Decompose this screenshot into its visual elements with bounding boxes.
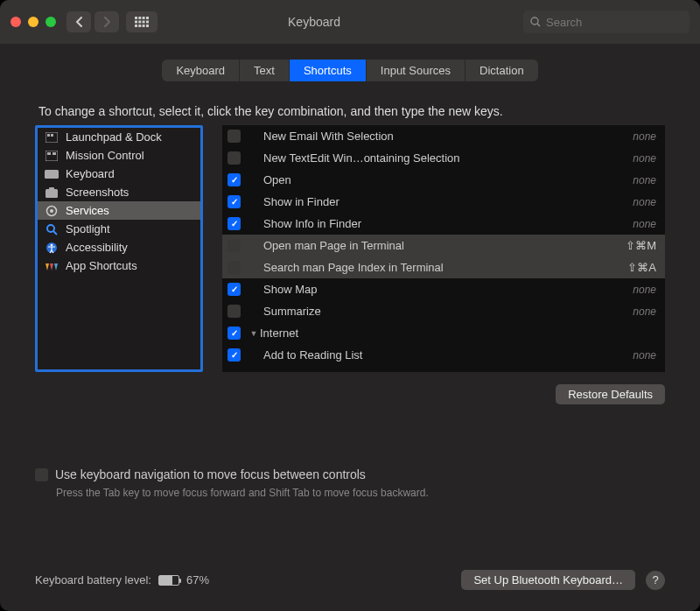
row-checkbox[interactable] <box>228 130 241 143</box>
keyboard-icon <box>45 168 59 180</box>
category-label: Screenshots <box>66 186 129 199</box>
row-label: Add to Reading List <box>249 348 633 362</box>
category-spotlight[interactable]: Spotlight <box>38 220 200 238</box>
search-field[interactable]: Search <box>523 11 690 33</box>
row-label: Show Info in Finder <box>249 217 633 230</box>
svg-rect-19 <box>52 152 56 155</box>
category-mission-control[interactable]: Mission Control <box>38 146 200 165</box>
battery-icon <box>158 575 179 586</box>
shortcut-row[interactable]: ✓Show in Findernone <box>222 191 665 213</box>
screenshots-icon <box>45 186 59 199</box>
row-checkbox[interactable] <box>228 305 241 318</box>
tab-shortcuts[interactable]: Shortcuts <box>290 60 367 81</box>
battery-status: Keyboard battery level: 67% <box>35 573 209 586</box>
shortcut-row[interactable]: ✓Opennone <box>222 169 665 191</box>
shortcut-row[interactable]: Search man Page Index in Terminal⇧⌘A <box>222 256 665 278</box>
category-keyboard[interactable]: Keyboard <box>38 165 200 183</box>
row-shortcut[interactable]: none <box>633 130 658 143</box>
tab-keyboard[interactable]: Keyboard <box>162 60 240 81</box>
shortcut-row[interactable]: ✓▼Internet <box>222 322 665 344</box>
category-label: Spotlight <box>66 222 110 235</box>
shortcuts-list[interactable]: New Email With SelectionnoneNew TextEdit… <box>222 125 665 372</box>
search-placeholder: Search <box>546 16 582 29</box>
disclosure-triangle-icon[interactable]: ▼ <box>249 329 258 338</box>
row-label: New TextEdit Win…ontaining Selection <box>249 151 633 165</box>
category-label: Mission Control <box>66 149 144 162</box>
category-app-shortcuts[interactable]: App Shortcuts <box>38 256 200 275</box>
svg-point-12 <box>531 18 538 25</box>
apps-icon <box>45 260 59 272</box>
row-label: Show Map <box>249 283 633 296</box>
close-button[interactable] <box>10 17 21 27</box>
svg-point-25 <box>47 225 54 232</box>
svg-rect-18 <box>47 152 51 155</box>
spotlight-icon <box>45 223 59 235</box>
category-label: Accessibility <box>66 241 128 254</box>
row-checkbox[interactable]: ✓ <box>228 327 241 340</box>
instruction-text: To change a shortcut, select it, click t… <box>38 104 665 118</box>
shortcut-row[interactable]: ✓Add to Reading Listnone <box>222 344 665 366</box>
row-shortcut[interactable]: none <box>633 218 658 230</box>
row-shortcut[interactable]: none <box>633 284 658 296</box>
shortcut-row[interactable]: New TextEdit Win…ontaining Selectionnone <box>222 147 665 169</box>
row-checkbox[interactable] <box>228 261 241 274</box>
shortcut-row[interactable]: ✓Show Mapnone <box>222 278 665 300</box>
category-label: App Shortcuts <box>66 259 137 272</box>
battery-percent: 67% <box>186 573 209 586</box>
shortcut-row[interactable]: New Email With Selectionnone <box>222 125 665 147</box>
svg-rect-21 <box>46 189 58 198</box>
help-button[interactable]: ? <box>646 571 665 590</box>
tab-input-sources[interactable]: Input Sources <box>367 60 466 81</box>
category-label: Services <box>66 204 109 217</box>
bluetooth-keyboard-button[interactable]: Set Up Bluetooth Keyboard… <box>461 570 635 590</box>
keyboard-nav-checkbox[interactable] <box>35 468 48 481</box>
row-shortcut[interactable]: none <box>633 152 658 165</box>
category-sidebar[interactable]: Launchpad & DockMission ControlKeyboardS… <box>35 125 203 372</box>
row-shortcut[interactable]: ⇧⌘A <box>627 261 658 274</box>
tab-group: KeyboardTextShortcutsInput SourcesDictat… <box>35 60 665 81</box>
row-checkbox[interactable]: ✓ <box>228 283 241 296</box>
row-shortcut[interactable]: ⇧⌘M <box>626 239 658 252</box>
category-launchpad-dock[interactable]: Launchpad & Dock <box>38 128 200 146</box>
row-shortcut[interactable]: none <box>633 174 658 186</box>
row-shortcut[interactable]: none <box>633 306 658 318</box>
battery-label: Keyboard battery level: <box>35 573 151 586</box>
row-checkbox[interactable] <box>228 151 241 165</box>
keyboard-nav-hint: Press the Tab key to move focus forward … <box>56 487 665 499</box>
keyboard-nav-label: Use keyboard navigation to move focus be… <box>55 467 366 481</box>
row-label: Internet <box>260 327 658 340</box>
minimize-button[interactable] <box>28 17 38 27</box>
shortcut-row[interactable]: ✓Show Info in Findernone <box>222 213 665 235</box>
back-button[interactable] <box>66 11 91 32</box>
row-checkbox[interactable]: ✓ <box>228 348 241 362</box>
svg-rect-17 <box>46 151 58 161</box>
traffic-lights <box>10 17 56 27</box>
svg-point-28 <box>51 243 53 246</box>
zoom-button[interactable] <box>46 17 56 27</box>
services-icon <box>45 205 59 217</box>
row-shortcut[interactable]: none <box>633 349 658 362</box>
category-accessibility[interactable]: Accessibility <box>38 238 200 256</box>
shortcut-row[interactable]: Open man Page in Terminal⇧⌘M <box>222 235 665 256</box>
row-label: New Email With Selection <box>249 130 633 143</box>
svg-line-13 <box>537 24 540 26</box>
launchpad-icon <box>45 131 59 144</box>
titlebar: Keyboard Search <box>0 0 700 44</box>
row-label: Summarize <box>249 305 633 318</box>
row-checkbox[interactable] <box>228 239 241 252</box>
row-checkbox[interactable]: ✓ <box>228 173 241 186</box>
prefs-window: Keyboard Search KeyboardTextShortcutsInp… <box>0 0 700 611</box>
category-services[interactable]: Services <box>38 201 200 220</box>
row-checkbox[interactable]: ✓ <box>228 217 241 230</box>
row-label: Search man Page Index in Terminal <box>249 261 627 274</box>
category-screenshots[interactable]: Screenshots <box>38 183 200 201</box>
tab-text[interactable]: Text <box>240 60 290 81</box>
shortcut-row[interactable]: Summarizenone <box>222 300 665 322</box>
panes-row: Launchpad & DockMission ControlKeyboardS… <box>35 125 665 372</box>
row-label: Open man Page in Terminal <box>249 239 626 252</box>
row-shortcut[interactable]: none <box>633 196 658 208</box>
tab-dictation[interactable]: Dictation <box>466 60 538 81</box>
restore-defaults-button[interactable]: Restore Defaults <box>556 384 665 404</box>
row-checkbox[interactable]: ✓ <box>228 195 241 208</box>
window-body: KeyboardTextShortcutsInput SourcesDictat… <box>0 44 700 611</box>
